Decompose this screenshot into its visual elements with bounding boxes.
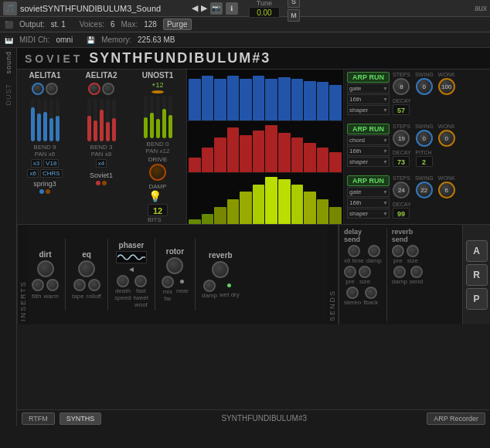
arp-run-btn-3[interactable]: ARP RUN (347, 175, 390, 186)
osc3-knob[interactable] (151, 90, 164, 93)
osc3-slider3[interactable] (156, 96, 160, 138)
arp-run-btn-1[interactable]: ARP RUN (347, 72, 390, 83)
reverb-damp-knob[interactable] (203, 280, 216, 292)
wonk-knob-2[interactable]: 0 (438, 130, 455, 147)
eq-tape-knob[interactable] (73, 279, 86, 291)
osc3-pan-label: PAN x12 (146, 148, 170, 154)
decay-val-1[interactable]: 57 (393, 104, 410, 115)
osc1-slider3[interactable] (43, 99, 47, 141)
arp-bar-b3 (214, 79, 226, 120)
arp-bar-r6 (253, 131, 265, 172)
delay-stereo-knob[interactable] (346, 287, 359, 299)
arp-rate-dd-2[interactable]: 16th ▼ (347, 146, 390, 156)
arp-shaper-dd-3[interactable]: shaper ▼ (347, 209, 390, 219)
delay-x6-knob[interactable] (348, 245, 360, 257)
osc3-slider5[interactable] (168, 96, 172, 138)
rotor-far-knob[interactable] (162, 276, 174, 288)
phaser-left-arrow[interactable]: ◄ (128, 265, 135, 273)
eq-rolloff-knob[interactable] (88, 279, 100, 291)
rsend-size-knob[interactable] (407, 245, 419, 257)
swing-knob-1[interactable]: 0 (416, 78, 433, 95)
camera-icon[interactable]: 📷 (210, 2, 223, 15)
arp-rate-text-2: 16th (348, 147, 382, 155)
osc3-slider1[interactable] (144, 96, 148, 138)
wonk-knob-3[interactable]: 6 (438, 182, 455, 199)
osc1-slider1[interactable] (31, 99, 35, 141)
osc2-slider2[interactable] (94, 99, 97, 141)
osc2-slider3[interactable] (100, 99, 104, 141)
delay-size-knob[interactable] (359, 266, 371, 278)
reverb-knob[interactable] (212, 261, 229, 278)
phaser-tweet-knob[interactable] (134, 275, 147, 287)
s-button[interactable]: S (288, 0, 300, 8)
rotor-knob[interactable] (166, 257, 183, 274)
pitch-val-2[interactable]: 2 (416, 156, 433, 167)
osc2-slider5[interactable] (112, 99, 116, 141)
steps-knob-1[interactable]: 8 (393, 78, 410, 95)
decay-val-3[interactable]: 99 (393, 208, 410, 219)
decay-val-2[interactable]: 73 (393, 156, 410, 167)
rsend-damp-knob[interactable] (393, 266, 406, 278)
midi-bar: 🎹 MIDI Ch: omni 💾 Memory: 225.63 MB (0, 32, 490, 48)
arp-run-btn-2[interactable]: ARP RUN (347, 124, 390, 134)
phaser-speed-label: speed (114, 294, 131, 301)
reverb-damp-label: damp (202, 292, 217, 299)
arp-r-button[interactable]: R (466, 264, 488, 286)
osc1-knob2[interactable] (46, 83, 58, 95)
osc3-slider4[interactable] (162, 96, 166, 138)
arp-rate-dd-1[interactable]: 16th ▼ (347, 94, 390, 104)
m-button[interactable]: M (288, 9, 300, 22)
rtfm-button[interactable]: RTFM (22, 412, 55, 425)
osc-panel-aelita1: AELITA1 BEND 9 PAN x6 (17, 70, 73, 224)
arp-type-dd-3[interactable]: gate ▼ (347, 187, 390, 197)
osc2-slider1[interactable] (87, 99, 91, 141)
osc2-knob2[interactable] (102, 83, 114, 95)
osc1-slider5[interactable] (56, 99, 60, 141)
info-icon[interactable]: ℹ (226, 2, 238, 15)
rsend-pre-knob[interactable] (392, 245, 404, 257)
delay-fback-knob[interactable] (365, 287, 377, 299)
steps-knob-3[interactable]: 24 (393, 182, 410, 199)
osc1-slider2[interactable] (37, 99, 41, 141)
swing-knob-2[interactable]: 0 (416, 130, 433, 147)
osc3-plus12: +12 (151, 81, 163, 89)
dirt-filth-knob[interactable] (32, 279, 44, 291)
delay-damp-knob[interactable] (368, 245, 380, 257)
sidebar-dust-label: DUST (5, 83, 12, 106)
dirt-knob[interactable] (37, 260, 54, 277)
dirt-warm-knob[interactable] (46, 279, 59, 291)
delay-pre-label: pre (345, 278, 355, 285)
voices-value: 6 (111, 20, 115, 29)
arp-rate-dd-3[interactable]: 16th ▼ (347, 198, 390, 208)
arp-p-button[interactable]: P (466, 288, 488, 310)
tune-value[interactable]: 0.00 (249, 7, 280, 18)
arp-recorder-button[interactable]: ARP Recorder (427, 412, 485, 425)
synths-button[interactable]: SYNTHS (60, 412, 102, 425)
arp-shaper-dd-1[interactable]: shaper ▼ (347, 105, 390, 115)
steps-knob-2[interactable]: 19 (393, 130, 410, 147)
drive-knob[interactable] (149, 164, 166, 181)
bits-value[interactable]: 12 (148, 204, 168, 216)
osc2-slider4[interactable] (106, 99, 110, 141)
swing-group-2: SWING 0 (415, 124, 434, 147)
rsend-send-knob[interactable] (410, 266, 423, 278)
purge-button[interactable]: Purge (163, 19, 192, 30)
steps-lbl-3: STEPS (393, 175, 410, 181)
delay-pre-knob[interactable] (344, 266, 356, 278)
osc2-x4: x4 (96, 159, 107, 168)
osc3-slider2[interactable] (150, 96, 154, 138)
osc1-knob1[interactable] (32, 83, 44, 95)
arp-a-button[interactable]: A (466, 240, 488, 262)
wonk-knob-1[interactable]: 100 (438, 78, 455, 95)
eq-knob[interactable] (78, 260, 95, 277)
arp-shaper-dd-2[interactable]: shaper ▼ (347, 157, 390, 167)
osc2-knob1[interactable] (88, 83, 100, 95)
swing-knob-3[interactable]: 22 (416, 182, 433, 199)
arp-shaper-arrow-1: ▼ (382, 107, 389, 113)
arp-type-dd-2[interactable]: chord ▼ (347, 135, 390, 145)
arp-type-dd-1[interactable]: gate ▼ (347, 83, 390, 93)
arp-bar-b9 (291, 79, 304, 120)
phaser-death-knob[interactable] (117, 275, 129, 287)
osc1-slider4[interactable] (49, 99, 53, 141)
arp-bar-r4 (227, 127, 240, 172)
